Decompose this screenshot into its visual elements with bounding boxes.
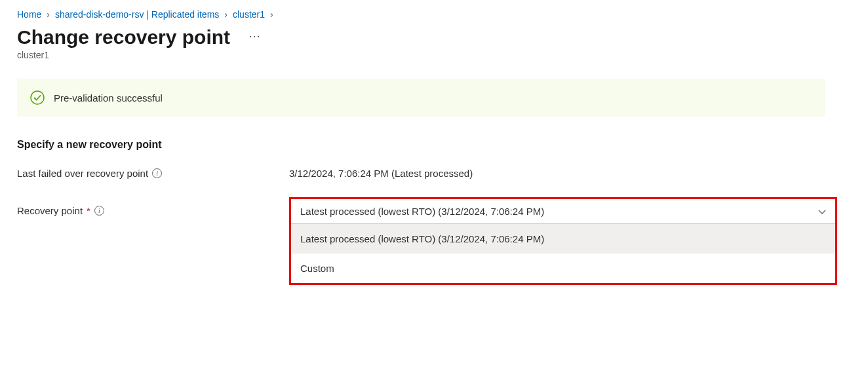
last-failed-over-row: Last failed over recovery point i 3/12/2… [17,168,851,179]
last-failed-over-value: 3/12/2024, 7:06:24 PM (Latest processed) [289,168,473,179]
chevron-right-icon: › [224,9,227,20]
validation-message: Pre-validation successful [54,92,163,104]
validation-banner: Pre-validation successful [17,79,825,117]
last-failed-over-label: Last failed over recovery point i [17,168,289,179]
breadcrumb-home[interactable]: Home [17,9,41,20]
recovery-point-dropdown-container: Latest processed (lowest RTO) (3/12/2024… [289,197,837,285]
info-icon[interactable]: i [152,168,162,178]
section-heading: Specify a new recovery point [17,139,851,151]
label-text: Recovery point [17,205,83,216]
dropdown-option-custom[interactable]: Custom [291,254,835,283]
chevron-down-icon [818,206,826,217]
chevron-right-icon: › [47,9,50,20]
info-icon[interactable]: i [94,206,104,216]
required-asterisk: * [87,205,90,216]
breadcrumb-replicated-items[interactable]: shared-disk-demo-rsv | Replicated items [55,9,219,20]
recovery-point-dropdown[interactable]: Latest processed (lowest RTO) (3/12/2024… [291,199,835,224]
chevron-right-icon: › [270,9,273,20]
more-actions-icon[interactable]: ⋯ [248,29,262,47]
breadcrumb: Home › shared-disk-demo-rsv | Replicated… [17,9,851,20]
label-text: Last failed over recovery point [17,168,148,179]
success-check-icon [30,90,45,105]
page-subtitle: cluster1 [17,50,851,60]
recovery-point-row: Recovery point * i Latest processed (low… [17,197,851,285]
dropdown-option-latest-processed[interactable]: Latest processed (lowest RTO) (3/12/2024… [291,224,835,254]
page-title: Change recovery point [17,26,230,48]
page-header: Change recovery point ⋯ [17,26,851,50]
breadcrumb-cluster1[interactable]: cluster1 [233,9,265,20]
dropdown-selected-value: Latest processed (lowest RTO) (3/12/2024… [300,206,544,217]
svg-point-0 [31,91,44,104]
recovery-point-label: Recovery point * i [17,197,289,216]
